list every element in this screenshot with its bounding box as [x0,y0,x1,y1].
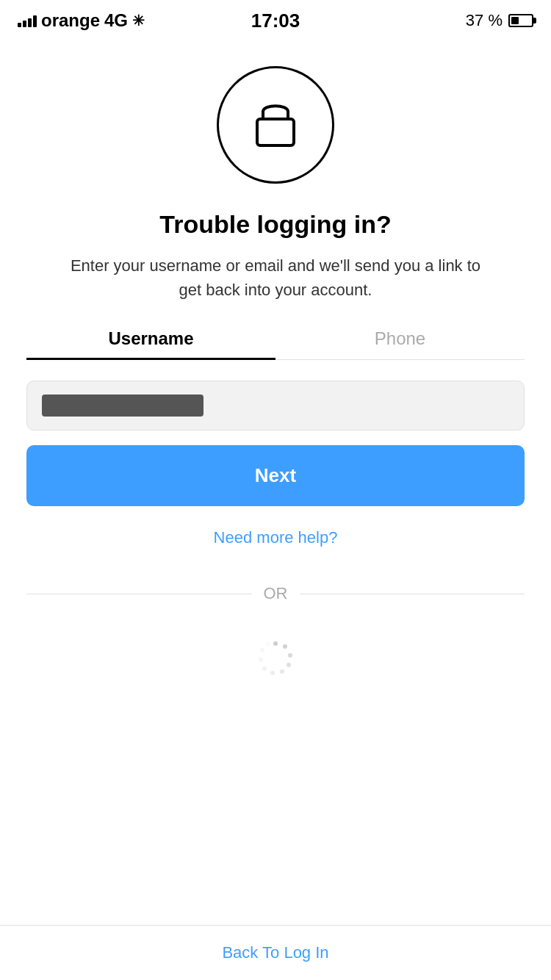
page-title: Trouble logging in? [159,210,391,239]
lock-circle [217,66,334,184]
spinner-container [258,640,293,675]
carrier-label: orange [41,10,100,31]
status-right: 37 % [466,11,533,30]
page-subtitle: Enter your username or email and we'll s… [62,253,489,302]
network-label: 4G [104,10,128,31]
next-button[interactable]: Next [26,445,525,506]
svg-point-7 [262,666,267,671]
svg-point-3 [288,653,292,657]
tab-phone[interactable]: Phone [276,328,525,359]
svg-point-4 [287,663,291,667]
divider-right [300,594,525,594]
battery-icon [508,14,533,27]
svg-point-10 [266,642,270,646]
time-label: 17:03 [251,10,300,32]
svg-point-9 [260,648,264,652]
loading-spinner [258,640,293,675]
username-input-redacted [42,394,204,417]
or-divider: OR [26,584,525,603]
tab-username[interactable]: Username [26,328,276,359]
or-label: OR [264,584,288,603]
main-content: Trouble logging in? Enter your username … [0,37,551,980]
signal-icon [18,14,37,27]
svg-point-8 [259,657,263,662]
status-left: orange 4G ✳ [18,10,145,31]
svg-point-2 [283,644,287,649]
bottom-bar: Back To Log In [0,925,551,980]
tabs-container: Username Phone [26,328,525,360]
username-input-container[interactable] [26,381,525,430]
svg-point-1 [273,641,278,646]
lock-icon [250,96,301,154]
battery-label: 37 % [466,11,503,30]
loading-indicator: ✳ [132,12,145,29]
svg-rect-0 [257,119,294,145]
svg-point-5 [280,669,284,674]
help-link[interactable]: Need more help? [214,528,338,547]
status-bar: orange 4G ✳ 17:03 37 % [0,0,551,37]
svg-point-6 [270,671,275,675]
divider-left [26,594,252,594]
back-to-login-link[interactable]: Back To Log In [222,943,328,962]
